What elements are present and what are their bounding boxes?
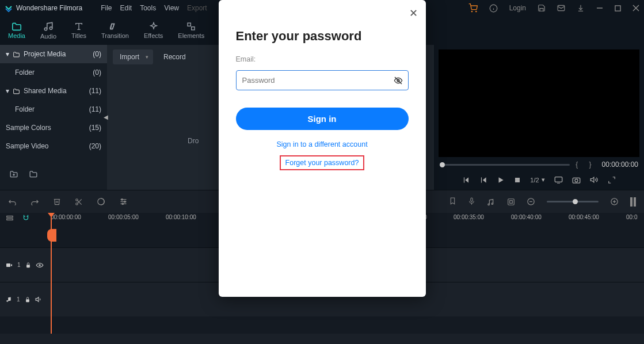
different-account-link[interactable]: Sign in to a different account xyxy=(236,140,409,148)
password-modal: ✕ Enter your password Email: Sign in Sig… xyxy=(219,0,426,297)
modal-overlay: ✕ Enter your password Email: Sign in Sig… xyxy=(0,0,644,344)
signin-button-label: Sign in xyxy=(308,114,337,124)
eye-off-icon[interactable] xyxy=(394,76,403,85)
password-input[interactable] xyxy=(236,70,409,90)
modal-title: Enter your password xyxy=(236,29,409,44)
close-icon[interactable]: ✕ xyxy=(409,7,418,20)
signin-button[interactable]: Sign in xyxy=(236,108,409,130)
email-label: Email: xyxy=(236,55,409,63)
forgot-password-link[interactable]: Forget your password? xyxy=(280,155,365,170)
